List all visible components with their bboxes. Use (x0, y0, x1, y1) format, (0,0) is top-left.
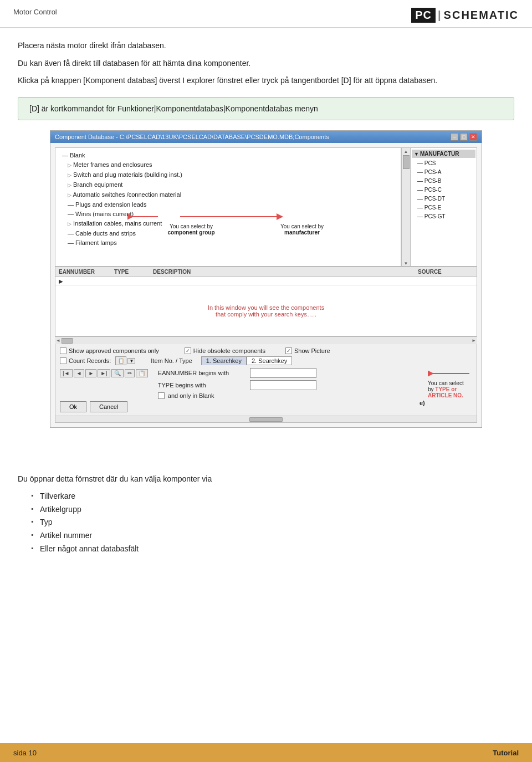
minimize-button[interactable]: – (451, 133, 458, 141)
manuf-item-pcsb: — PCS-B (412, 177, 475, 186)
manufacturer-panel: ▼ MANUFACTUR — PCS — PCS-A — PCS-B — PCS… (410, 148, 477, 266)
checkbox-row-1: Show approved components only Hide obsol… (60, 347, 472, 354)
type-input[interactable] (250, 380, 316, 390)
bullet-annat: Eller något annat databasfält (31, 543, 514, 556)
logo: PC | SCHEMATIC (411, 8, 519, 23)
tree-item: — Plugs and extension leads (58, 200, 398, 209)
type-label: TYPE begins with (158, 382, 247, 388)
annotation-e: e) (420, 400, 425, 406)
window-body: — Blank ▷ Meter frames and enclosures ▷ … (50, 143, 482, 427)
logo-schematic: SCHEMATIC (444, 9, 519, 22)
manuf-item-pcs: — PCS (412, 159, 475, 168)
type-annotation-text: You can selectby TYPE orARTICLE NO. (428, 380, 464, 398)
col-header-description: DESCRIPTION (153, 269, 418, 275)
manufacturer-header-text: MANUFACTUR (420, 151, 459, 157)
close-button[interactable]: ✕ (469, 133, 477, 141)
window-title: Component Database - C:\PCSELCAD\13UK\PC… (55, 134, 329, 140)
type-annotation: You can selectby TYPE orARTICLE NO. e) (417, 368, 472, 406)
scroll-right-btn[interactable]: ► (470, 338, 477, 343)
scroll-down-btn[interactable]: ▼ (404, 261, 408, 266)
table-empty-text1: In this window you will see the componen… (208, 304, 324, 311)
searchkey-2-tab[interactable]: 2. Searchkey (247, 356, 292, 365)
nav-row: |◄ ◄ ► ►| 🔍 ✏ 📋 (60, 369, 148, 377)
nav-bookmark-btn[interactable]: 📋 (136, 369, 148, 377)
checkbox-count-label[interactable]: Count Records: (60, 357, 111, 364)
window-controls: – □ ✕ (451, 133, 477, 141)
vertical-scrollbar[interactable]: ▲ ▼ (401, 148, 410, 266)
nav-next-btn[interactable]: ► (85, 369, 96, 377)
scroll-left-btn[interactable]: ◄ (55, 338, 62, 343)
checkbox-show-picture[interactable] (285, 347, 292, 354)
hscroll-thumb (62, 338, 73, 344)
screenshot-wrapper: Component Database - C:\PCSELCAD\13UK\PC… (50, 130, 482, 428)
manuf-item-pcsc: — PCS-C (412, 186, 475, 195)
paragraph-2: Du kan även få direkt till databasen för… (18, 58, 514, 70)
tree-item: ▷ Automatic switches /connection materia… (58, 190, 398, 200)
status-thumb (249, 417, 283, 422)
cancel-button[interactable]: Cancel (90, 401, 127, 412)
nav-first-btn[interactable]: |◄ (60, 369, 73, 377)
annotation-manufacturer-text: You can select bymanufacturer (274, 223, 330, 236)
page-header: Motor Control PC | SCHEMATIC (0, 0, 532, 28)
results-table: EANNUMBER TYPE DESCRIPTION SOURCE ▶ In t… (55, 267, 477, 336)
scroll-up-btn[interactable]: ▲ (404, 149, 408, 154)
bullet-tillverkare: Tillverkare (31, 490, 514, 503)
nav-edit-btn[interactable]: ✏ (125, 369, 135, 377)
col-header-source: SOURCE (418, 269, 473, 275)
footer-page: sida 10 (13, 749, 37, 757)
tree-area[interactable]: — Blank ▷ Meter frames and enclosures ▷ … (55, 148, 401, 266)
nav-last-btn[interactable]: ►| (98, 369, 110, 377)
checkbox-approved[interactable] (60, 347, 66, 354)
searchkey-1-tab[interactable]: 1. Searchkey (201, 356, 247, 365)
count-records-label: Count Records: (69, 357, 111, 364)
maximize-button[interactable]: □ (460, 133, 468, 141)
checkbox-hide-label[interactable]: Hide obsolete components (185, 347, 265, 354)
info-box-text: [D] är kortkommandot för Funktioner|Komp… (29, 104, 318, 113)
count-dropdown-arrow[interactable]: ▼ (127, 358, 135, 364)
blank-label: and only in Blank (168, 392, 214, 399)
nav-search-row: |◄ ◄ ► ►| 🔍 ✏ 📋 (60, 368, 472, 399)
checkbox-blank[interactable] (158, 392, 165, 399)
bottom-section: Du öppnar detta förnstret där du kan väl… (0, 462, 532, 556)
tree-item: — Blank (58, 151, 398, 160)
tree-item: — Filament lamps (58, 238, 398, 248)
tree-item: ▷ Branch equipment (58, 180, 398, 190)
bullet-typ: Typ (31, 516, 514, 529)
window-titlebar: Component Database - C:\PCSELCAD\13UK\PC… (50, 131, 482, 143)
tree-item: — Cable ducts and strips (58, 229, 398, 238)
table-row-indicator: ▶ (55, 277, 477, 286)
bullet-list: Tillverkare Artikelgrupp Typ Artikel num… (18, 490, 514, 556)
screenshot-container: Component Database - C:\PCSELCAD\13UK\PC… (50, 130, 482, 428)
bottom-controls-area: Show approved components only Hide obsol… (55, 344, 477, 416)
checkbox-count[interactable] (60, 357, 66, 364)
app-name: Motor Control (13, 8, 57, 16)
bullet-artikelgrupp: Artikelgrupp (31, 503, 514, 516)
nav-search-btn[interactable]: 🔍 (111, 369, 124, 377)
checkbox-hide-text: Hide obsolete components (193, 347, 265, 354)
table-empty-message: In this window you will see the componen… (55, 286, 477, 336)
checkbox-show-picture-label[interactable]: Show Picture (285, 347, 330, 354)
manuf-item-pcse: — PCS-E (412, 203, 475, 212)
top-pane: — Blank ▷ Meter frames and enclosures ▷ … (55, 147, 477, 267)
annotation-component-group-text: You can select bycomponent group (161, 223, 222, 236)
manuf-item-pcsdt: — PCS-DT (412, 195, 475, 203)
page-footer: sida 10 Tutorial (0, 743, 532, 762)
eannumber-input[interactable] (250, 368, 316, 378)
action-buttons-row: Ok Cancel (60, 401, 472, 412)
col-header-eannumber: EANNUMBER (59, 269, 114, 275)
count-icon: 📋 (115, 356, 126, 365)
scroll-thumb (403, 155, 410, 169)
horizontal-scrollbar[interactable]: ◄ ► (55, 336, 477, 344)
checkbox-hide[interactable] (185, 347, 191, 354)
nav-prev-btn[interactable]: ◄ (74, 369, 85, 377)
arrow-left-icon (127, 209, 161, 224)
info-box: [D] är kortkommandot för Funktioner|Komp… (18, 97, 514, 120)
checkbox-approved-text: Show approved components only (69, 347, 159, 354)
tree-item: ▷ Meter frames and enclosures (58, 160, 398, 170)
checkbox-approved-label[interactable]: Show approved components only (60, 347, 159, 354)
manuf-item-pcsa: — PCS-A (412, 168, 475, 177)
ok-button[interactable]: Ok (60, 401, 86, 412)
arrow-right-icon (180, 209, 291, 224)
tree-item: ▷ Switch and plug materials (building in… (58, 170, 398, 180)
checkbox-show-picture-text: Show Picture (294, 347, 330, 354)
